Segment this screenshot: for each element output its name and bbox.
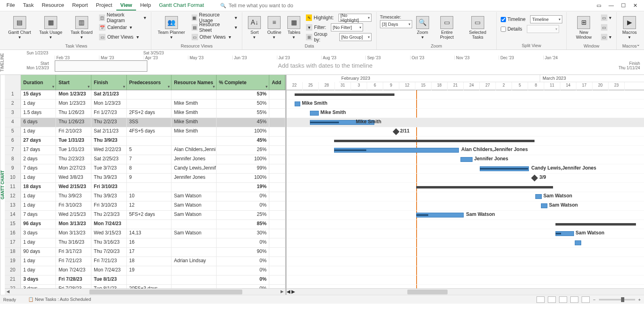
cell-pct-complete[interactable]: 0% [217, 285, 269, 288]
cell-resource[interactable] [171, 248, 217, 257]
cell-finish[interactable]: Fri 7/21/23 [91, 257, 127, 266]
cell-finish[interactable]: Mon 7/24/23 [91, 220, 127, 229]
cell-duration[interactable]: 6 days [21, 118, 56, 127]
collapse-ribbon-icon[interactable]: ⌄ [636, 42, 640, 47]
gantt-summary-bar[interactable] [555, 223, 636, 226]
groupby-combo[interactable]: [No Group] [339, 33, 372, 41]
cell-add[interactable] [269, 99, 285, 108]
cell-resource[interactable]: Sam Watson [171, 201, 217, 210]
row-number[interactable]: 19 [5, 257, 21, 266]
cell-predecessors[interactable] [127, 137, 172, 145]
gantt-task-bar[interactable] [295, 101, 300, 106]
menu-gantt-chart-format[interactable]: Gantt Chart Format [155, 0, 208, 10]
cell-predecessors[interactable] [127, 90, 172, 99]
gantt-task-bar[interactable] [541, 203, 547, 208]
task-row[interactable]: 717 daysTue 1/31/23Wed 2/22/235Alan Chil… [5, 146, 285, 155]
cell-pct-complete[interactable]: 90% [217, 248, 269, 257]
row-number[interactable]: 4 [5, 118, 21, 127]
task-row[interactable]: 115 daysMon 1/23/23Sat 2/11/2353% [5, 90, 285, 99]
cell-finish[interactable]: Wed 2/22/23 [91, 146, 127, 155]
cell-predecessors[interactable]: 2FS+2 days [127, 109, 172, 118]
cell-duration[interactable]: 1 day [21, 174, 56, 182]
maximize-icon[interactable]: ☐ [621, 2, 626, 8]
hide-button[interactable]: ▭▾ [599, 32, 613, 42]
cell-add[interactable] [269, 211, 285, 219]
cell-duration[interactable]: 3 days [21, 285, 56, 288]
cell-resource[interactable]: Sam Watson [171, 229, 217, 238]
cell-predecessors[interactable]: 8 [127, 164, 172, 173]
details-view-combo[interactable] [527, 25, 559, 33]
cell-add[interactable] [269, 164, 285, 173]
cell-start[interactable]: Thu 1/26/23 [56, 118, 91, 127]
grid-hscroll-thumb[interactable] [89, 290, 242, 294]
row-number[interactable]: 17 [5, 238, 21, 247]
task-row[interactable]: 21 dayMon 1/23/23Mon 1/23/23Mike Smith50… [5, 99, 285, 109]
cell-predecessors[interactable]: 9 [127, 174, 172, 182]
cell-finish[interactable]: Fri 1/27/23 [91, 109, 127, 118]
view-gantt-button[interactable] [537, 296, 545, 303]
task-row[interactable]: 201 dayMon 7/24/23Mon 7/24/23190% [5, 266, 285, 275]
cell-pct-complete[interactable]: 99% [217, 164, 269, 173]
task-row[interactable]: 46 daysThu 1/26/23Thu 2/2/233SSMike Smit… [5, 118, 285, 127]
cell-predecessors[interactable]: 4FS+5 days [127, 127, 172, 136]
task-usage-button[interactable]: ▦ Task Usage ▾ [36, 13, 66, 43]
cell-pct-complete[interactable]: 85% [217, 220, 269, 229]
gantt-summary-bar[interactable] [295, 93, 394, 96]
other-resource-views-button[interactable]: ▭Other Views ▾ [190, 32, 239, 42]
network-diagram-button[interactable]: ◫Network Diagram ▾ [97, 13, 147, 23]
cell-finish[interactable]: Thu 2/23/23 [91, 211, 127, 219]
cell-resource[interactable]: Candy Lewis,Jennif [171, 164, 217, 173]
cell-finish[interactable]: Fri 3/10/23 [91, 183, 127, 192]
task-row[interactable]: 131 dayFri 3/10/23Fri 3/10/2312Sam Watso… [5, 201, 285, 211]
cell-add[interactable] [269, 118, 285, 127]
task-row[interactable]: 223 daysFri 7/28/23Tue 8/1/2320FS+3 days… [5, 285, 285, 288]
row-number[interactable]: 9 [5, 164, 21, 173]
cell-duration[interactable]: 1 day [21, 127, 56, 136]
cell-finish[interactable]: Mon 7/24/23 [91, 266, 127, 275]
cell-add[interactable] [269, 183, 285, 192]
cell-start[interactable]: Tue 1/31/23 [56, 137, 91, 145]
tables-button[interactable]: ▦Tables▾ [285, 13, 303, 43]
cell-add[interactable] [269, 220, 285, 229]
cell-start[interactable]: Mon 7/24/23 [56, 266, 91, 275]
cell-predecessors[interactable]: 5 [127, 146, 172, 155]
task-row[interactable]: 191 dayFri 7/21/23Fri 7/21/2318Adrian Li… [5, 257, 285, 266]
cell-start[interactable]: Fri 2/10/23 [56, 127, 91, 136]
cell-predecessors[interactable]: 19 [127, 266, 172, 275]
cell-pct-complete[interactable]: 55% [217, 109, 269, 118]
cell-add[interactable] [269, 137, 285, 145]
row-number[interactable]: 5 [5, 127, 21, 136]
cell-duration[interactable]: 27 days [21, 137, 56, 145]
cell-duration[interactable]: 1 day [21, 238, 56, 247]
menu-task[interactable]: Task [19, 0, 38, 10]
cell-add[interactable] [269, 201, 285, 210]
cell-start[interactable]: Fri 3/10/23 [56, 201, 91, 210]
outline-button[interactable]: ≡Outline▾ [265, 13, 283, 43]
cell-predecessors[interactable]: 16 [127, 238, 172, 247]
menu-file[interactable]: File [2, 0, 19, 10]
cell-resource[interactable] [171, 238, 217, 247]
gantt-summary-bar[interactable] [416, 186, 553, 188]
col-duration[interactable]: Duration▾ [21, 75, 56, 90]
gantt-chart-button[interactable]: ▤ Gantt Chart ▾ [5, 13, 34, 43]
gantt-hscroll-thumb[interactable] [407, 290, 448, 294]
cell-start[interactable]: Tue 1/31/23 [56, 146, 91, 155]
task-row[interactable]: 213 daysFri 7/28/23Tue 8/1/230% [5, 275, 285, 285]
task-row[interactable]: 97 daysMon 2/27/23Tue 3/7/238Candy Lewis… [5, 164, 285, 174]
task-row[interactable]: 31.5 daysThu 1/26/23Fri 1/27/232FS+2 day… [5, 109, 285, 118]
gantt-task-bar[interactable] [575, 240, 581, 245]
cell-resource[interactable]: Sam Watson [171, 192, 217, 201]
task-row[interactable]: 51 dayFri 2/10/23Sat 2/11/234FS+5 daysMi… [5, 127, 285, 137]
cell-pct-complete[interactable]: 100% [217, 127, 269, 136]
timeline-viewport-box[interactable] [55, 60, 147, 72]
cell-duration[interactable]: 18 days [21, 183, 56, 192]
cell-pct-complete[interactable]: 0% [217, 238, 269, 247]
cell-add[interactable] [269, 229, 285, 238]
cell-pct-complete[interactable]: 45% [217, 118, 269, 127]
cell-finish[interactable]: Sat 2/25/23 [91, 155, 127, 164]
row-number[interactable]: 16 [5, 229, 21, 238]
tell-me-search[interactable]: 🔍 [220, 2, 317, 8]
new-window-button[interactable]: ⊞New Window [570, 13, 598, 43]
cell-finish[interactable]: Tue 8/1/23 [91, 275, 127, 284]
cell-resource[interactable] [171, 183, 217, 192]
